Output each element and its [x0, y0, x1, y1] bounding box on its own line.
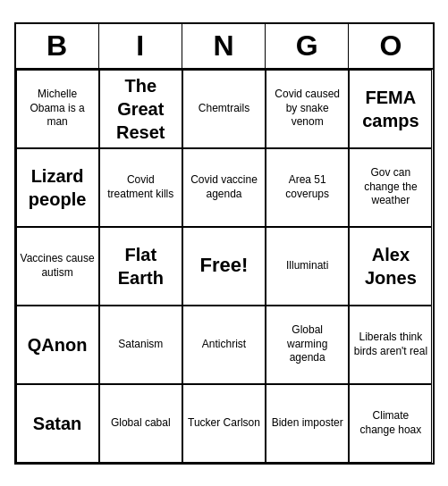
bingo-letter-i: I [99, 24, 182, 68]
bingo-cell-19: Liberals think birds aren't real [349, 306, 432, 384]
bingo-letter-o: O [349, 24, 432, 68]
bingo-cell-13: Illuminati [266, 227, 349, 306]
bingo-cell-11: Flat Earth [99, 227, 182, 306]
bingo-cell-2: Chemtrails [182, 70, 266, 148]
bingo-cell-5: Lizard people [16, 148, 99, 227]
bingo-letter-n: N [182, 24, 266, 68]
bingo-cell-9: Gov can change the weather [349, 148, 432, 227]
bingo-cell-3: Covid caused by snake venom [266, 70, 349, 148]
bingo-cell-24: Climate change hoax [349, 384, 432, 463]
bingo-cell-20: Satan [16, 384, 99, 463]
bingo-grid: Michelle Obama is a manThe Great ResetCh… [16, 70, 433, 463]
bingo-cell-16: Satanism [99, 306, 182, 384]
bingo-letter-b: B [16, 24, 99, 68]
bingo-cell-21: Global cabal [99, 384, 182, 463]
bingo-cell-18: Global warming agenda [266, 306, 349, 384]
bingo-card: BINGO Michelle Obama is a manThe Great R… [14, 22, 435, 465]
bingo-cell-12: Free! [182, 227, 266, 306]
bingo-cell-23: Biden imposter [266, 384, 349, 463]
bingo-cell-1: The Great Reset [99, 70, 182, 148]
bingo-cell-7: Covid vaccine agenda [182, 148, 266, 227]
bingo-cell-10: Vaccines cause autism [16, 227, 99, 306]
bingo-cell-4: FEMA camps [349, 70, 432, 148]
bingo-cell-0: Michelle Obama is a man [16, 70, 99, 148]
bingo-cell-6: Covid treatment kills [99, 148, 182, 227]
bingo-header: BINGO [16, 24, 433, 70]
bingo-cell-14: Alex Jones [349, 227, 432, 306]
bingo-cell-17: Antichrist [182, 306, 266, 384]
bingo-cell-22: Tucker Carlson [182, 384, 266, 463]
bingo-letter-g: G [266, 24, 349, 68]
bingo-cell-8: Area 51 coverups [266, 148, 349, 227]
bingo-cell-15: QAnon [16, 306, 99, 384]
